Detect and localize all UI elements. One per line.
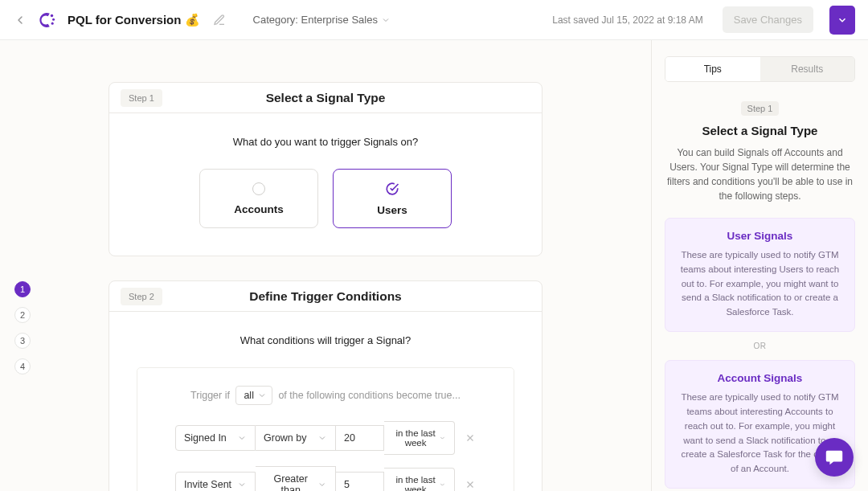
condition-row: Invite Sent Greater than 5 in the last w… — [154, 466, 497, 491]
user-signals-body: These are typically used to notify GTM t… — [677, 248, 843, 320]
signal-type-card: Step 1 Select a Signal Type What do you … — [108, 82, 542, 256]
step-dot-3[interactable]: 3 — [14, 333, 31, 349]
step-badge: Step 1 — [121, 89, 162, 107]
step-indicator: 1 2 3 4 — [14, 281, 31, 374]
svg-point-0 — [51, 14, 53, 16]
step-dot-4[interactable]: 4 — [14, 358, 31, 374]
last-saved-text: Last saved Jul 15, 2022 at 9:18 AM — [552, 14, 702, 26]
signal-type-prompt: What do you want to trigger Signals on? — [129, 136, 522, 148]
chevron-down-icon — [837, 14, 848, 26]
radio-empty-icon — [252, 182, 265, 195]
tips-panel: Tips Results Step 1 Select a Signal Type… — [651, 40, 868, 491]
tab-tips[interactable]: Tips — [665, 57, 760, 81]
tips-tabs: Tips Results — [665, 56, 855, 82]
tip-step-badge: Step 1 — [741, 101, 780, 116]
page-title: PQL for Conversion 💰 — [68, 13, 200, 27]
option-accounts-label: Accounts — [234, 203, 284, 215]
trigger-conditions-card: Step 2 Define Trigger Conditions What co… — [108, 280, 542, 491]
option-users-label: Users — [377, 204, 407, 216]
tab-results[interactable]: Results — [760, 57, 855, 81]
trigger-suffix: of the following conditions become true.… — [278, 390, 461, 401]
or-separator: OR — [665, 342, 855, 350]
chevron-down-icon — [439, 480, 446, 489]
condition-operator-select[interactable]: Greater than — [256, 466, 336, 491]
tip-title: Select a Signal Type — [665, 124, 855, 137]
remove-row-icon[interactable] — [465, 479, 476, 490]
back-button[interactable] — [13, 13, 27, 27]
svg-point-1 — [52, 18, 55, 20]
trigger-mode-line: Trigger if all of the following conditio… — [154, 386, 497, 405]
account-signals-title: Account Signals — [677, 372, 843, 384]
condition-field-select[interactable]: Invite Sent — [175, 472, 256, 491]
chevron-down-icon — [381, 15, 391, 25]
app-logo — [39, 11, 56, 29]
svg-point-2 — [51, 22, 54, 24]
trigger-prefix: Trigger if — [190, 390, 230, 401]
chevron-down-icon — [317, 480, 327, 489]
user-signals-title: User Signals — [677, 230, 843, 242]
save-button[interactable]: Save Changes — [723, 6, 813, 33]
card-title: Define Trigger Conditions — [109, 289, 542, 304]
conditions-container: Trigger if all of the following conditio… — [137, 367, 514, 491]
card-title: Select a Signal Type — [109, 91, 542, 105]
condition-range-select[interactable]: in the last week — [384, 468, 455, 491]
top-bar: PQL for Conversion 💰 Category: Enterpris… — [0, 0, 868, 40]
chevron-down-icon — [439, 433, 446, 443]
chevron-down-icon — [237, 433, 247, 443]
tip-body: You can build Signals off Accounts and U… — [665, 145, 855, 203]
condition-value-input[interactable]: 20 — [336, 425, 384, 451]
chevron-down-icon — [237, 480, 247, 489]
user-signals-card: User Signals These are typically used to… — [665, 218, 855, 332]
chat-widget[interactable] — [815, 438, 854, 477]
trigger-mode-select[interactable]: all — [235, 386, 272, 405]
condition-field-select[interactable]: Signed In — [175, 425, 256, 451]
step-dot-1[interactable]: 1 — [14, 281, 31, 297]
chevron-down-icon — [257, 391, 267, 400]
check-circle-icon — [385, 182, 399, 196]
save-dropdown-button[interactable] — [829, 6, 855, 35]
condition-value-input[interactable]: 5 — [336, 472, 384, 491]
chevron-down-icon — [317, 433, 327, 443]
chat-icon — [824, 447, 845, 468]
condition-range-select[interactable]: in the last week — [384, 421, 455, 455]
category-label: Category: Enterprise Sales — [253, 14, 378, 26]
option-accounts[interactable]: Accounts — [199, 169, 318, 228]
condition-operator-select[interactable]: Grown by — [256, 425, 336, 451]
conditions-prompt: What conditions will trigger a Signal? — [129, 334, 522, 346]
condition-row: Signed In Grown by 20 in the last week — [154, 421, 497, 455]
remove-row-icon[interactable] — [465, 432, 476, 444]
step-dot-2[interactable]: 2 — [14, 307, 31, 323]
step-badge: Step 2 — [121, 288, 162, 305]
category-selector[interactable]: Category: Enterprise Sales — [253, 14, 391, 26]
option-users[interactable]: Users — [333, 169, 452, 228]
edit-title-icon[interactable] — [213, 14, 226, 27]
main-content: 1 2 3 4 Step 1 Select a Signal Type What… — [0, 40, 651, 491]
